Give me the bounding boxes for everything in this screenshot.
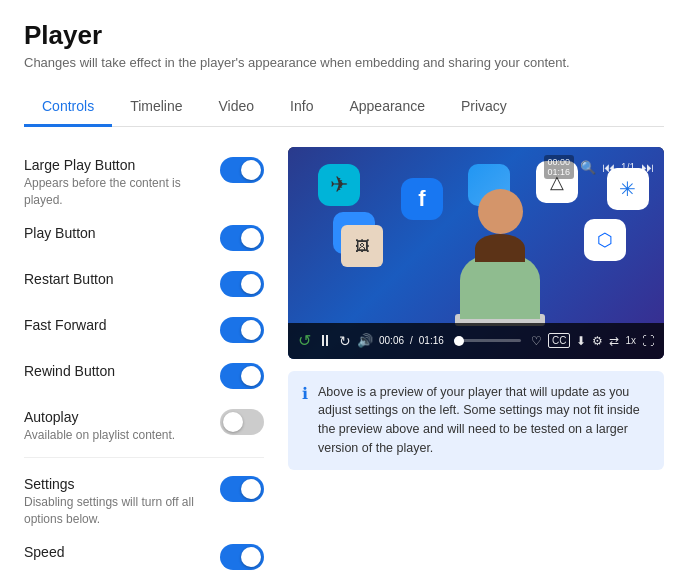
tab-info[interactable]: Info xyxy=(272,88,331,127)
info-box: ℹ Above is a preview of your player that… xyxy=(288,371,664,470)
video-controls-bar: ↺ ⏸ ↻ 🔊 00:06 / 01:16 ♡ CC ⬇ ⚙ ⇄ xyxy=(288,323,664,359)
progress-bar[interactable] xyxy=(454,339,521,342)
app-icon-2: f xyxy=(401,178,443,220)
tab-privacy[interactable]: Privacy xyxy=(443,88,525,127)
tab-video[interactable]: Video xyxy=(201,88,273,127)
control-large-play-btn-label: Large Play Button xyxy=(24,157,212,173)
app-icon-1: ✈ xyxy=(318,164,360,206)
control-autoplay-label: Autoplay xyxy=(24,409,212,425)
control-autoplay: Autoplay Available on playlist content. xyxy=(24,399,264,450)
control-rewind-btn-label: Rewind Button xyxy=(24,363,115,379)
control-large-play-btn-desc: Appears before the content is played. xyxy=(24,175,212,209)
toggle-play-btn[interactable] xyxy=(220,225,264,251)
control-fast-forward: Fast Forward xyxy=(24,307,264,353)
control-settings: Settings Disabling settings will turn of… xyxy=(24,466,264,534)
toggle-restart-btn[interactable] xyxy=(220,271,264,297)
app-icon-8: 🖼 xyxy=(341,225,383,267)
ctrl-refresh-icon[interactable]: ↻ xyxy=(339,333,351,349)
info-circle-icon: ℹ xyxy=(302,384,308,403)
hud-search-icon[interactable]: 🔍 xyxy=(580,160,596,175)
progress-dot xyxy=(454,336,464,346)
video-background: ✈ f △ ✳ Z ⬡ 🖼 xyxy=(288,147,664,359)
control-autoplay-desc: Available on playlist content. xyxy=(24,427,212,444)
hud-prev-icon[interactable]: ⏮ xyxy=(602,160,615,175)
ctrl-fullscreen-icon[interactable]: ⛶ xyxy=(642,334,654,348)
toggle-autoplay[interactable] xyxy=(220,409,264,435)
control-settings-label: Settings xyxy=(24,476,212,492)
ctrl-settings-icon[interactable]: ⚙ xyxy=(592,334,603,348)
control-fast-forward-label: Fast Forward xyxy=(24,317,106,333)
time-current: 00:06 xyxy=(379,335,404,346)
control-settings-desc: Disabling settings will turn off all opt… xyxy=(24,494,212,528)
time-total: 01:16 xyxy=(419,335,444,346)
toggle-speed[interactable] xyxy=(220,544,264,570)
toggle-settings[interactable] xyxy=(220,476,264,502)
control-settings-text: Settings Disabling settings will turn of… xyxy=(24,476,212,528)
controls-panel: Large Play Button Appears before the con… xyxy=(24,147,264,575)
page-title: Player xyxy=(24,20,664,51)
main-content: Large Play Button Appears before the con… xyxy=(24,147,664,575)
tab-appearance[interactable]: Appearance xyxy=(331,88,443,127)
tab-timeline[interactable]: Timeline xyxy=(112,88,200,127)
toggle-rewind-btn[interactable] xyxy=(220,363,264,389)
toggle-fast-forward[interactable] xyxy=(220,317,264,343)
control-play-btn-label: Play Button xyxy=(24,225,96,241)
hud-time-display: 00:0001:16 xyxy=(544,155,575,179)
time-separator: / xyxy=(410,335,413,346)
ctrl-loop-icon[interactable]: ⇄ xyxy=(609,334,619,348)
ctrl-download-icon[interactable]: ⬇ xyxy=(576,334,586,348)
control-large-play-btn-text: Large Play Button Appears before the con… xyxy=(24,157,212,209)
app-icon-7: ⬡ xyxy=(584,219,626,261)
control-speed: Speed xyxy=(24,534,264,575)
divider-1 xyxy=(24,457,264,458)
app-icon-6: Z xyxy=(333,212,375,254)
ctrl-heart-icon[interactable]: ♡ xyxy=(531,334,542,348)
control-speed-label: Speed xyxy=(24,544,64,560)
ctrl-replay-icon[interactable]: ↺ xyxy=(298,331,311,350)
video-person xyxy=(440,189,560,319)
ctrl-volume-icon[interactable]: 🔊 xyxy=(357,333,373,348)
info-box-text: Above is a preview of your player that w… xyxy=(318,383,650,458)
control-restart-btn: Restart Button xyxy=(24,261,264,307)
control-rewind-btn: Rewind Button xyxy=(24,353,264,399)
ctrl-speed-label[interactable]: 1x xyxy=(625,335,636,346)
tab-controls[interactable]: Controls xyxy=(24,88,112,127)
page-subtitle: Changes will take effect in the player's… xyxy=(24,55,664,70)
tab-bar: Controls Timeline Video Info Appearance … xyxy=(24,88,664,127)
control-restart-btn-label: Restart Button xyxy=(24,271,114,287)
hud-next-icon[interactable]: ⏭ xyxy=(641,160,654,175)
control-autoplay-text: Autoplay Available on playlist content. xyxy=(24,409,212,444)
video-preview: ✈ f △ ✳ Z ⬡ 🖼 xyxy=(288,147,664,359)
video-hud: 00:0001:16 🔍 ⏮ 1/1 ⏭ xyxy=(544,155,654,179)
hud-page-indicator: 1/1 xyxy=(621,162,635,173)
control-large-play-btn: Large Play Button Appears before the con… xyxy=(24,147,264,215)
control-play-btn: Play Button xyxy=(24,215,264,261)
right-panel: ✈ f △ ✳ Z ⬡ 🖼 xyxy=(288,147,664,575)
ctrl-play-pause-icon[interactable]: ⏸ xyxy=(317,332,333,350)
ctrl-cc-icon[interactable]: CC xyxy=(548,333,570,348)
toggle-large-play-btn[interactable] xyxy=(220,157,264,183)
